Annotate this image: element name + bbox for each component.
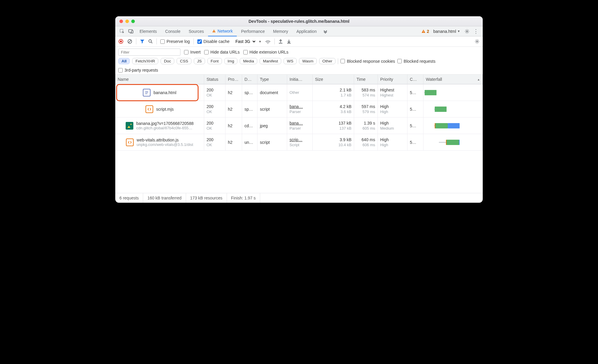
filter-toggle-icon[interactable] (140, 39, 145, 44)
column-header[interactable]: Pro… (226, 75, 242, 84)
initiator-cell[interactable]: Other (287, 84, 313, 101)
domain-cell[interactable]: sp… (242, 84, 258, 101)
issues-count: 2 (427, 29, 429, 34)
type-cell[interactable]: document (258, 84, 287, 101)
page-selector[interactable]: banana.html ▼ (431, 26, 463, 36)
chip-all[interactable]: All (118, 58, 130, 64)
third-party-checkbox[interactable]: 3rd-party requests (118, 68, 158, 73)
type-cell[interactable]: script (258, 101, 287, 117)
type-cell[interactable]: jpeg (258, 117, 287, 134)
initiator-cell[interactable]: bana…Parser (287, 101, 313, 117)
network-settings-icon[interactable] (474, 39, 480, 44)
size-cell[interactable]: 137 kB137 kB (313, 117, 354, 134)
time-cell[interactable]: 640 ms606 ms (354, 134, 378, 151)
chip-media[interactable]: Media (240, 58, 257, 64)
connection-cell[interactable]: 5… (407, 101, 423, 117)
column-header[interactable]: D… (242, 75, 258, 84)
domain-cell[interactable]: un… (242, 134, 258, 151)
filter-input[interactable] (118, 49, 180, 56)
column-header[interactable]: C… (407, 75, 423, 84)
status-cell[interactable]: 200OK (204, 134, 226, 151)
tab-memory[interactable]: Memory (269, 26, 292, 36)
protocol-cell[interactable]: h2 (226, 117, 242, 134)
tab-application[interactable]: Application (292, 26, 321, 36)
preserve-log-checkbox[interactable]: Preserve log (160, 39, 190, 44)
protocol-cell[interactable]: h2 (226, 101, 242, 117)
disable-cache-checkbox[interactable]: Disable cache (197, 39, 230, 44)
priority-cell[interactable]: HighHigh (378, 101, 407, 117)
clear-button[interactable] (127, 39, 132, 44)
status-cell[interactable]: 200OK (204, 84, 226, 101)
waterfall-cell[interactable] (423, 117, 483, 134)
kebab-menu-icon[interactable]: ⋮ (471, 26, 480, 36)
chip-css[interactable]: CSS (177, 58, 191, 64)
tab-performance[interactable]: Performance (237, 26, 269, 36)
domain-cell[interactable]: cd… (242, 117, 258, 134)
connection-cell[interactable]: 5… (407, 84, 423, 101)
priority-cell[interactable]: HighestHighest (378, 84, 407, 101)
waterfall-cell[interactable] (423, 84, 483, 101)
throttling-select[interactable]: Fast 3G (233, 38, 256, 45)
tab-sources[interactable]: Sources (185, 26, 208, 36)
chip-wasm[interactable]: Wasm (299, 58, 317, 64)
column-header[interactable]: Time (354, 75, 378, 84)
status-cell[interactable]: 200OK (204, 101, 226, 117)
priority-cell[interactable]: HighMedium (378, 117, 407, 134)
export-har-icon[interactable] (278, 39, 283, 44)
hide-data-urls-checkbox[interactable]: Hide data URLs (204, 50, 240, 54)
protocol-cell[interactable]: h2 (226, 134, 242, 151)
waterfall-cell[interactable] (423, 134, 483, 151)
search-icon[interactable] (148, 39, 153, 44)
waterfall-cell[interactable] (423, 101, 483, 117)
network-conditions-icon[interactable] (265, 39, 271, 44)
tab-elements[interactable]: Elements (135, 26, 161, 36)
inspect-icon[interactable] (118, 26, 127, 36)
time-cell[interactable]: 1.39 s605 ms (354, 117, 378, 134)
initiator-cell[interactable]: bana…Parser (287, 117, 313, 134)
priority-cell[interactable]: HighHigh (378, 134, 407, 151)
record-button[interactable] (118, 39, 124, 44)
protocol-cell[interactable]: h2 (226, 84, 242, 101)
chip-fetch-xhr[interactable]: Fetch/XHR (132, 58, 158, 64)
time-cell[interactable]: 597 ms579 ms (354, 101, 378, 117)
import-har-icon[interactable] (287, 39, 291, 44)
size-cell[interactable]: 4.2 kB3.6 kB (313, 101, 354, 117)
issues-badge[interactable]: 2 (420, 26, 431, 36)
column-header[interactable]: Status (204, 75, 226, 84)
request-name-cell[interactable]: web-vitals.attribution.jsunpkg.com/web-v… (115, 134, 204, 151)
tab-console[interactable]: Console (161, 26, 184, 36)
column-header[interactable]: Type (258, 75, 287, 84)
column-header[interactable]: Size (313, 75, 354, 84)
chip-doc[interactable]: Doc (161, 58, 174, 64)
column-header[interactable]: Initia… (287, 75, 313, 84)
size-cell[interactable]: 3.9 kB10.4 kB (313, 134, 354, 151)
request-name-cell[interactable]: banana.jpg?v=1705668720588cdn.glitch.glo… (115, 117, 204, 134)
domain-cell[interactable]: sp… (242, 101, 258, 117)
column-header[interactable]: Priority (378, 75, 407, 84)
blocked-cookies-checkbox[interactable]: Blocked response cookies (340, 59, 395, 64)
column-header[interactable]: Waterfall▲ (423, 75, 483, 84)
chip-font[interactable]: Font (207, 58, 222, 64)
time-cell[interactable]: 583 ms574 ms (354, 84, 378, 101)
chip-other[interactable]: Other (319, 58, 336, 64)
blocked-requests-checkbox[interactable]: Blocked requests (397, 59, 435, 64)
connection-cell[interactable]: 5… (407, 134, 423, 151)
connection-cell[interactable]: 5… (407, 117, 423, 134)
size-cell[interactable]: 2.1 kB1.7 kB (313, 84, 354, 101)
initiator-cell[interactable]: scrip…Script (287, 134, 313, 151)
chip-ws[interactable]: WS (284, 58, 297, 64)
device-toolbar-icon[interactable] (127, 26, 135, 36)
chip-js[interactable]: JS (194, 58, 205, 64)
request-name-cell[interactable]: banana.html (115, 84, 204, 101)
request-name-cell[interactable]: script.mjs (115, 101, 204, 117)
invert-checkbox[interactable]: Invert (184, 50, 201, 54)
more-tabs-icon[interactable] (321, 26, 330, 36)
status-cell[interactable]: 200OK (204, 117, 226, 134)
chip-img[interactable]: Img (224, 58, 238, 64)
chip-manifest[interactable]: Manifest (260, 58, 281, 64)
type-cell[interactable]: script (258, 134, 287, 151)
column-header[interactable]: Name (115, 75, 204, 84)
hide-extension-urls-checkbox[interactable]: Hide extension URLs (243, 50, 289, 54)
settings-icon[interactable] (463, 26, 471, 36)
tab-network[interactable]: Network (208, 26, 237, 36)
